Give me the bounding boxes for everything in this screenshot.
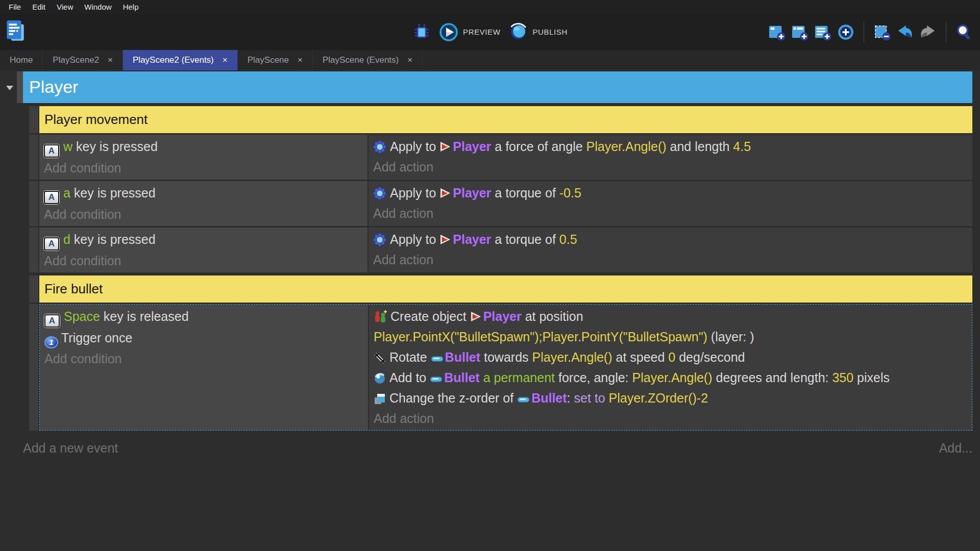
- event-drag-handle[interactable]: [29, 106, 38, 133]
- menu-help[interactable]: Help: [117, 3, 144, 11]
- add-condition-link[interactable]: Add condition: [44, 158, 362, 178]
- tab-playscene-events[interactable]: PlayScene (Events) ×: [313, 50, 423, 70]
- bullet-object-icon: [517, 396, 530, 403]
- action-create-object[interactable]: Create object Player at position: [374, 306, 967, 327]
- tab-home[interactable]: Home: [0, 50, 43, 70]
- action-change-zorder[interactable]: Change the z-order of Bullet: set to Pla…: [374, 388, 967, 408]
- choose-add-event-button[interactable]: [837, 23, 854, 41]
- condition-key-released[interactable]: ASpace key is released: [44, 306, 363, 328]
- bullet-object-icon: [430, 376, 443, 383]
- preview-button[interactable]: PREVIEW: [439, 22, 500, 42]
- tab-close-icon[interactable]: ×: [407, 55, 412, 65]
- tab-close-icon[interactable]: ×: [298, 55, 303, 65]
- condition-trigger-once[interactable]: 1Trigger once: [44, 328, 363, 348]
- add-event-button[interactable]: [768, 23, 786, 41]
- action-apply-torque[interactable]: Apply to Player a torque of -0.5: [373, 183, 967, 203]
- tab-label: PlayScene2 (Events): [133, 55, 214, 65]
- add-new-event-link[interactable]: Add a new event: [23, 438, 118, 458]
- add-condition-link[interactable]: Add condition: [44, 348, 363, 369]
- section-title[interactable]: Fire bullet: [39, 276, 972, 303]
- toolbar-right-group: [768, 14, 973, 50]
- player-object-icon: [439, 141, 451, 153]
- add-action-link[interactable]: Add action: [373, 203, 967, 223]
- player-object-icon: [439, 187, 451, 199]
- menu-file[interactable]: File: [3, 3, 27, 11]
- key-name: d: [63, 232, 70, 246]
- condition-key-pressed[interactable]: Aw key is pressed: [44, 136, 362, 158]
- event-group-player[interactable]: Player: [17, 71, 972, 103]
- collapse-group-button[interactable]: [5, 85, 14, 91]
- tab-playscene2[interactable]: PlayScene2 ×: [43, 50, 123, 70]
- add-force-icon: [374, 371, 386, 385]
- object-name: Player: [453, 139, 491, 154]
- publish-globe-icon: [509, 22, 528, 42]
- tab-label: PlayScene2: [53, 55, 99, 65]
- action-add-force[interactable]: Add to Bullet a permanent force, angle: …: [374, 367, 967, 388]
- debug-icon: [412, 23, 431, 41]
- tab-close-icon[interactable]: ×: [108, 55, 113, 65]
- publish-button[interactable]: PUBLISH: [509, 22, 568, 42]
- action-rotate-bullet[interactable]: Rotate Bullet towards Player.Angle() at …: [374, 347, 967, 367]
- tab-playscene2-events[interactable]: PlayScene2 (Events) ×: [123, 50, 238, 70]
- action-apply-torque[interactable]: Apply to Player a torque of 0.5: [373, 229, 967, 249]
- key-name: a: [63, 186, 70, 200]
- redo-icon: [919, 23, 937, 41]
- event-drag-handle[interactable]: [29, 181, 38, 226]
- create-object-icon: [374, 310, 387, 323]
- toolbar-separator: [864, 21, 864, 43]
- tab-label: Home: [10, 55, 33, 65]
- sheet-footer: Add a new event Add...: [23, 438, 972, 458]
- menu-view[interactable]: View: [51, 3, 79, 11]
- event-drag-handle[interactable]: [29, 304, 38, 431]
- event: Ad key is pressed Add condition Apply to…: [39, 228, 972, 272]
- group-drag-handle[interactable]: [17, 71, 23, 103]
- add-subevent-button[interactable]: [791, 23, 808, 41]
- condition-key-pressed[interactable]: Ad key is pressed: [44, 229, 362, 251]
- add-action-link[interactable]: Add action: [373, 249, 967, 270]
- add-action-link[interactable]: Add action: [374, 408, 967, 429]
- redo-button[interactable]: [919, 23, 937, 41]
- object-name: Bullet: [444, 370, 479, 385]
- add-subevent-icon: [791, 23, 808, 41]
- menu-edit[interactable]: Edit: [27, 3, 51, 11]
- group-title[interactable]: Player: [23, 71, 972, 103]
- physics-force-icon: [373, 233, 386, 246]
- player-object-icon: [470, 311, 482, 322]
- debug-button[interactable]: [412, 23, 431, 41]
- object-name: Player: [453, 232, 491, 246]
- tab-close-icon[interactable]: ×: [223, 55, 228, 65]
- condition-key-pressed[interactable]: Aa key is pressed: [44, 183, 362, 204]
- event-group-body: Player movement Aw key is pressed Add co…: [29, 106, 972, 431]
- event: Aw key is pressed Add condition Apply to…: [39, 135, 972, 180]
- events-sheet: Player Player movement Aw key is pressed…: [0, 70, 980, 551]
- section-title[interactable]: Player movement: [39, 106, 972, 133]
- add-condition-link[interactable]: Add condition: [44, 204, 362, 224]
- section-player-movement: Player movement: [29, 106, 972, 133]
- main-toolbar: PREVIEW PUBLISH: [0, 14, 980, 50]
- search-events-button[interactable]: [955, 23, 973, 41]
- keyboard-key-icon: A: [44, 237, 59, 251]
- tab-playscene[interactable]: PlayScene ×: [238, 50, 313, 70]
- project-manager-button[interactable]: [5, 19, 26, 44]
- add-action-link[interactable]: Add action: [373, 157, 967, 177]
- actions-cell: Create object Player at position Player.…: [369, 305, 972, 430]
- event-row-a-key: Aa key is pressed Add condition Apply to…: [29, 181, 972, 226]
- event-drag-handle[interactable]: [29, 276, 38, 303]
- object-name: Bullet: [531, 391, 567, 405]
- add-more-link[interactable]: Add...: [939, 438, 972, 458]
- event-drag-handle[interactable]: [29, 228, 38, 272]
- action-create-object-position[interactable]: Player.PointX("BulletSpawn");Player.Poin…: [374, 327, 967, 347]
- menu-window[interactable]: Window: [79, 3, 117, 11]
- action-apply-force[interactable]: Apply to Player a force of angle Player.…: [373, 136, 967, 157]
- add-condition-link[interactable]: Add condition: [44, 251, 362, 271]
- add-comment-button[interactable]: [814, 23, 831, 41]
- delete-event-button[interactable]: [873, 23, 891, 41]
- event-drag-handle[interactable]: [29, 135, 38, 180]
- search-icon: [955, 23, 973, 41]
- object-name: Bullet: [445, 350, 480, 364]
- tab-bar: Home PlayScene2 × PlayScene2 (Events) × …: [0, 50, 980, 70]
- section-fire-bullet: Fire bullet: [29, 276, 972, 303]
- object-name: Player: [453, 186, 491, 200]
- selected-event[interactable]: ASpace key is released 1Trigger once Add…: [39, 304, 972, 431]
- undo-button[interactable]: [896, 23, 914, 41]
